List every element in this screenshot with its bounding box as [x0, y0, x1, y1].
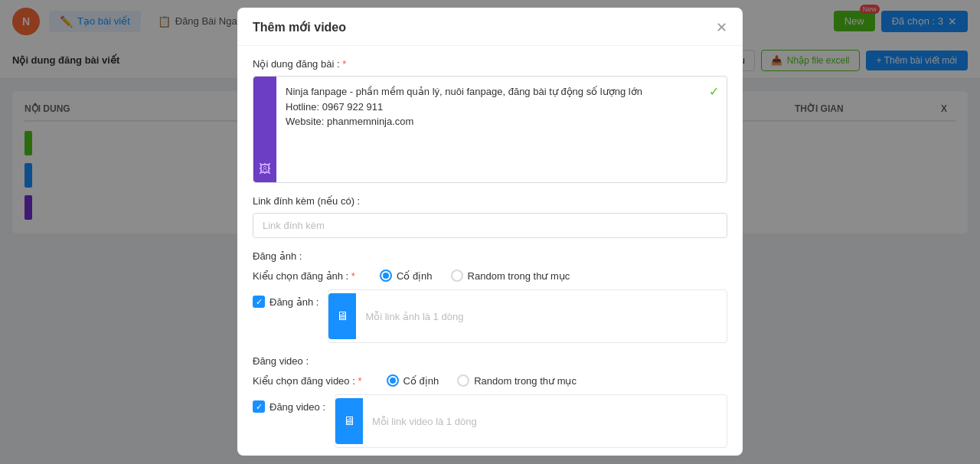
radio-co-dinh[interactable]: Cố định — [380, 270, 433, 282]
link-label: Link đính kèm (nếu có) : — [253, 195, 727, 207]
content-check-icon: ✓ — [709, 84, 719, 99]
link-section: Link đính kèm (nếu có) : — [253, 195, 727, 238]
modal-body: Nội dung đăng bài : * 🖼 Ninja fanpage - … — [237, 46, 743, 456]
upload-video-placeholder: Mỗi link video là 1 dòng — [363, 416, 486, 427]
upload-anh-area[interactable]: 🖥 Mỗi link ảnh là 1 dòng — [328, 289, 727, 343]
upload-video-button[interactable]: 🖥 — [335, 398, 363, 444]
upload-anh-button[interactable]: 🖥 — [328, 293, 356, 339]
content-textarea-wrapper: 🖼 Ninja fanpage - phần mềm quản lý, nuôi… — [253, 76, 727, 183]
upload-anh-wrapper: ✓ Đăng ảnh : 🖥 Mỗi link ảnh là 1 dòng — [253, 289, 727, 343]
dang-anh-heading: Đăng ảnh : — [253, 250, 727, 262]
monitor-icon: 🖥 — [336, 309, 348, 323]
upload-video-wrapper: ✓ Đăng video : 🖥 Mỗi link video là 1 dòn… — [253, 394, 727, 448]
radio-circle-unchecked — [451, 270, 463, 282]
upload-anh-placeholder: Mỗi link ảnh là 1 dòng — [356, 311, 472, 322]
kieu-chon-video-label: Kiểu chọn đăng video : * — [253, 375, 362, 387]
radio-random[interactable]: Random trong thư mục — [451, 270, 570, 282]
modal-title: Thêm mới video — [253, 20, 346, 34]
radio-circle-checked — [380, 270, 392, 282]
dang-video-heading: Đăng video : — [253, 355, 727, 367]
radio-video-circle-checked — [387, 374, 399, 387]
radio-video-random[interactable]: Random trong thư mục — [457, 374, 577, 387]
radio-video-circle-unchecked — [457, 374, 469, 387]
dang-video-section: Đăng video : Kiểu chọn đăng video : * Cố… — [253, 355, 727, 448]
modal-add-video: Thêm mới video ✕ Nội dung đăng bài : * 🖼… — [237, 8, 743, 456]
content-text-area[interactable]: Ninja fanpage - phần mềm quản lý, nuôi f… — [276, 77, 727, 182]
content-text: Ninja fanpage - phần mềm quản lý, nuôi f… — [286, 84, 717, 129]
monitor-video-icon: 🖥 — [343, 414, 355, 428]
content-label: Nội dung đăng bài : * — [253, 58, 727, 70]
upload-video-area[interactable]: 🖥 Mỗi link video là 1 dòng — [335, 394, 727, 448]
checkbox-checked-icon: ✓ — [253, 296, 265, 308]
radio-video-co-dinh[interactable]: Cố định — [387, 374, 439, 387]
modal-close-button[interactable]: ✕ — [716, 21, 727, 34]
image-icon: 🖼 — [259, 162, 271, 176]
modal-header: Thêm mới video ✕ — [237, 8, 743, 46]
link-input[interactable] — [253, 213, 727, 238]
modal-overlay: Thêm mới video ✕ Nội dung đăng bài : * 🖼… — [0, 0, 980, 464]
dang-anh-checkbox[interactable]: ✓ Đăng ảnh : — [253, 289, 318, 308]
content-section: Nội dung đăng bài : * 🖼 Ninja fanpage - … — [253, 58, 727, 183]
dang-video-checkbox[interactable]: ✓ Đăng video : — [253, 394, 325, 413]
dang-video-radio-group: Kiểu chọn đăng video : * Cố định Random … — [253, 374, 727, 387]
kieu-chon-label: Kiểu chọn đăng ảnh : * — [253, 270, 355, 282]
dang-anh-radio-group: Kiểu chọn đăng ảnh : * Cố định Random tr… — [253, 270, 727, 282]
dang-anh-section: Đăng ảnh : Kiểu chọn đăng ảnh : * Cố địn… — [253, 250, 727, 343]
checkbox-video-checked-icon: ✓ — [253, 400, 265, 413]
content-sidebar-bar: 🖼 — [253, 77, 276, 182]
